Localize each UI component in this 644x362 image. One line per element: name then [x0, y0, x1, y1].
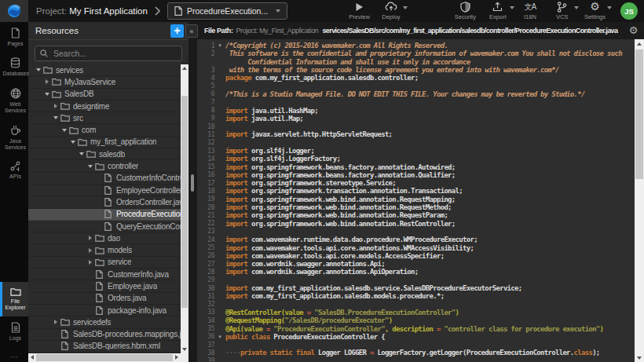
chevron-down-icon[interactable]	[52, 116, 60, 119]
tree-item[interactable]: servicedefs	[28, 316, 181, 328]
tree-item[interactable]: MyJavaService	[28, 76, 181, 88]
open-file-dropdown[interactable]: ProcedureExecution...	[167, 2, 287, 20]
project-breadcrumb: Project: My First Application	[36, 6, 148, 16]
tree-item[interactable]: models	[28, 244, 181, 256]
tree-vertical-scrollbar[interactable]	[181, 64, 188, 353]
scroll-down-icon[interactable]	[635, 353, 644, 362]
scroll-up-icon[interactable]	[635, 39, 644, 48]
tree-item[interactable]: services	[28, 64, 181, 76]
sidebar-item-label: Databases	[3, 71, 28, 77]
tree-item[interactable]: SalesDB-procedures.mappings.json	[28, 329, 181, 341]
code-area[interactable]: 1▼/*Copyright (c) 2015-2016 wavemaker.co…	[197, 39, 635, 362]
code-line: 36▼public class ProcedureExecutionContro…	[197, 333, 635, 341]
chevron-down-icon[interactable]	[43, 93, 51, 96]
tree-item[interactable]: controller	[28, 160, 181, 172]
chevron-right-icon[interactable]	[86, 236, 94, 240]
sidebar-item-web-services[interactable]: Web Services	[0, 82, 28, 119]
scrollbar-thumb[interactable]	[181, 96, 188, 308]
tree-item[interactable]: CustomerInfoController.java	[28, 173, 181, 185]
tree-item[interactable]: SalesDB	[28, 89, 181, 101]
sidebar-item-databases[interactable]: Databases	[0, 52, 28, 82]
line-number: 11	[197, 131, 214, 138]
more-options-icon[interactable]: ...	[0, 346, 28, 362]
chevron-right-icon[interactable]	[86, 248, 94, 253]
scrollbar-thumb[interactable]	[635, 49, 643, 179]
tree-item[interactable]: dao	[28, 232, 181, 244]
tree-item[interactable]: service	[28, 257, 181, 269]
scroll-up-icon[interactable]	[181, 64, 188, 72]
security-button[interactable]: Security	[455, 2, 476, 20]
tree-item-label: services	[56, 66, 83, 75]
sidebar-item-logs[interactable]: Logs	[0, 316, 28, 346]
tree-item[interactable]: Employee.java	[28, 280, 181, 292]
preview-button[interactable]: Preview	[349, 2, 370, 20]
tree-item[interactable]: OrdersController.java	[28, 196, 181, 208]
fold-toggle-icon[interactable]: ▼	[214, 42, 225, 49]
tree-item[interactable]: Orders.java	[28, 293, 181, 305]
line-number: 5	[197, 82, 214, 90]
folder-icon	[94, 247, 104, 254]
chevron-down-icon[interactable]	[35, 68, 42, 71]
wavemaker-logo[interactable]	[0, 0, 28, 22]
sidebar-item-label: Pages	[3, 41, 28, 47]
tree-item[interactable]: SalesDB-queries.hbm.xml	[28, 341, 181, 353]
chevron-down-icon[interactable]	[69, 141, 77, 144]
splitter-drag-handle[interactable]	[191, 174, 194, 192]
left-icon-rail: PagesDatabasesWeb ServicesJava ServicesA…	[0, 22, 28, 362]
tree-item[interactable]: package-info.java	[28, 305, 181, 316]
tree-item-label: src	[73, 114, 83, 122]
chevron-down-icon	[403, 6, 408, 9]
tree-item[interactable]: EmployeeController.java	[28, 185, 181, 196]
chevron-right-icon[interactable]	[52, 104, 60, 108]
tree-item[interactable]: src	[28, 112, 181, 124]
deploy-button[interactable]: Deploy	[381, 2, 401, 20]
tree-horizontal-scrollbar[interactable]	[28, 353, 181, 362]
tree-item[interactable]: com	[28, 124, 181, 136]
code-text: with the terms of the source code licens…	[225, 66, 559, 74]
top-bar: Project: My First Application ProcedureE…	[0, 0, 644, 22]
sidebar-item-file-explorer[interactable]: File Explorer	[0, 282, 28, 316]
export-button[interactable]: Export	[488, 2, 508, 20]
vcs-button[interactable]: VCS	[552, 2, 573, 20]
collapse-panel-button[interactable]: «	[185, 24, 198, 38]
editor-vertical-scrollbar[interactable]	[635, 39, 644, 362]
chevron-right-icon[interactable]	[86, 260, 94, 265]
file-path-value: services/SalesDB/src/com/my_first_applic…	[322, 27, 617, 35]
chevron-right-icon[interactable]	[43, 79, 51, 84]
tree-item[interactable]: CustomerInfo.java	[28, 269, 181, 280]
scroll-down-icon[interactable]	[181, 346, 188, 353]
export-icon	[492, 2, 503, 12]
tree-item[interactable]: salesdb	[28, 148, 181, 160]
sidebar-item-java-services[interactable]: Java Services	[0, 119, 28, 156]
code-text: import java.util.Map;	[225, 115, 303, 122]
tree-item[interactable]: designtime	[28, 101, 181, 112]
i18n-button[interactable]: 文A I18N	[520, 2, 540, 20]
scroll-left-icon[interactable]	[28, 353, 36, 361]
code-text: import org.slf4j.Logger;	[225, 147, 314, 155]
open-file-name: ProcedureExecution...	[187, 6, 268, 16]
tree-item[interactable]: my_first_application	[28, 137, 181, 148]
code-text: import org.springframework.transaction.a…	[225, 187, 463, 195]
folder-icon	[51, 78, 61, 86]
scroll-right-icon[interactable]	[173, 353, 181, 361]
add-resource-button[interactable]: +	[170, 24, 184, 38]
chevron-down-icon[interactable]	[78, 152, 86, 155]
sidebar-item-apis[interactable]: APIs	[0, 155, 28, 185]
user-avatar[interactable]: JS	[620, 2, 638, 20]
sidebar-item-pages[interactable]: Pages	[0, 22, 28, 52]
panel-splitter[interactable]	[188, 22, 197, 362]
settings-button[interactable]: ⚙ Settings	[584, 2, 606, 20]
code-line: 15import org.springframework.beans.facto…	[197, 163, 635, 170]
fold-toggle-icon[interactable]: ▼	[214, 333, 225, 341]
search-input[interactable]	[52, 48, 177, 59]
folder-icon	[86, 150, 96, 158]
editor-settings-gear-icon[interactable]: ⚙	[629, 24, 638, 36]
scrollbar-thumb[interactable]	[36, 354, 174, 361]
chevron-down-icon[interactable]	[60, 129, 68, 132]
line-number: 35	[197, 325, 214, 332]
chevron-right-icon[interactable]	[52, 320, 60, 324]
chevron-down-icon[interactable]	[86, 165, 94, 168]
tree-item[interactable]: QueryExecutionController.java	[28, 221, 181, 232]
tree-item[interactable]: ProcedureExecutionController.java	[28, 209, 181, 221]
tree-item-label: designtime	[73, 102, 109, 111]
